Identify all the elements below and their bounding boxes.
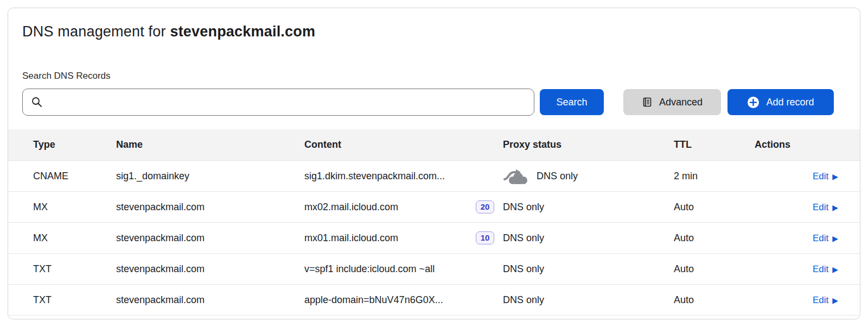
record-name: stevenpackmail.com (116, 263, 304, 275)
column-header-ttl: TTL (674, 139, 744, 150)
record-content: mx01.mail.icloud.com (304, 232, 467, 244)
search-icon (31, 96, 43, 108)
table-row: MX stevenpackmail.com mx02.mail.icloud.c… (8, 192, 860, 223)
table-header-row: Type Name Content Proxy status TTL Actio… (8, 129, 860, 161)
record-type: MX (33, 232, 116, 244)
record-name: stevenpackmail.com (116, 232, 304, 244)
column-header-content: Content (304, 139, 467, 150)
edit-arrow-icon: ▶ (832, 266, 838, 273)
record-ttl: Auto (674, 263, 744, 275)
journal-icon (642, 97, 653, 108)
edit-arrow-icon: ▶ (832, 204, 838, 211)
edit-record-link[interactable]: Edit▶ (813, 295, 838, 306)
search-label: Search DNS Records (22, 71, 846, 81)
record-ttl: Auto (674, 232, 744, 244)
record-type: TXT (33, 263, 116, 275)
advanced-button[interactable]: Advanced (623, 89, 721, 115)
column-header-actions: Actions (744, 139, 838, 150)
record-ttl: 2 min (674, 171, 744, 182)
record-type: TXT (33, 294, 116, 306)
edit-arrow-icon: ▶ (832, 173, 838, 180)
column-header-name: Name (116, 139, 304, 150)
add-record-button-label: Add record (766, 97, 814, 108)
proxy-status-text: DNS only (503, 232, 544, 244)
table-row: MX stevenpackmail.com mx01.mail.icloud.c… (8, 223, 860, 254)
dns-only-cloud-icon (503, 168, 529, 185)
dns-management-card: DNS management for stevenpackmail.com Se… (8, 8, 860, 319)
add-record-button[interactable]: Add record (727, 89, 834, 115)
proxy-status-text: DNS only (503, 294, 544, 306)
record-type: MX (33, 202, 116, 213)
search-toolbar: Search Advanced Add record (22, 89, 846, 116)
record-content: v=spf1 include:icloud.com ~all (304, 263, 467, 275)
search-input-wrap (22, 89, 534, 116)
page-title: DNS management for stevenpackmail.com (22, 23, 846, 40)
advanced-button-label: Advanced (659, 97, 703, 108)
record-content: sig1.dkim.stevenpackmail.com... (304, 171, 467, 182)
record-name: stevenpackmail.com (116, 294, 304, 306)
edit-record-link[interactable]: Edit▶ (813, 264, 838, 275)
table-row: CNAME sig1._domainkey sig1.dkim.stevenpa… (8, 161, 860, 192)
mx-priority-badge: 20 (476, 200, 495, 214)
column-header-type: Type (33, 139, 116, 150)
search-input[interactable] (22, 89, 534, 116)
edit-arrow-icon: ▶ (832, 235, 838, 242)
column-header-proxy-status: Proxy status (503, 139, 674, 150)
record-name: stevenpackmail.com (116, 202, 304, 213)
edit-record-link[interactable]: Edit▶ (813, 202, 838, 213)
page-title-domain: stevenpackmail.com (170, 23, 315, 40)
record-content: mx02.mail.icloud.com (304, 202, 467, 213)
table-row: TXT stevenpackmail.com apple-domain=bNuV… (8, 285, 860, 316)
record-ttl: Auto (674, 294, 744, 306)
page-title-prefix: DNS management for (22, 23, 170, 40)
edit-record-link[interactable]: Edit▶ (813, 171, 838, 182)
dns-records-table: Type Name Content Proxy status TTL Actio… (8, 129, 860, 316)
proxy-status-text: DNS only (537, 171, 578, 182)
record-content: apple-domain=bNuV47n6G0X... (304, 294, 467, 306)
search-button[interactable]: Search (540, 89, 604, 115)
record-type: CNAME (33, 171, 116, 182)
edit-record-link[interactable]: Edit▶ (813, 233, 838, 244)
table-row: TXT stevenpackmail.com v=spf1 include:ic… (8, 254, 860, 285)
plus-circle-icon (747, 96, 760, 109)
proxy-status-cell: DNS only (503, 168, 674, 185)
record-name: sig1._domainkey (116, 171, 304, 182)
proxy-status-text: DNS only (503, 202, 544, 213)
edit-arrow-icon: ▶ (832, 297, 838, 304)
record-ttl: Auto (674, 202, 744, 213)
mx-priority-badge: 10 (476, 231, 495, 245)
proxy-status-text: DNS only (503, 263, 544, 275)
